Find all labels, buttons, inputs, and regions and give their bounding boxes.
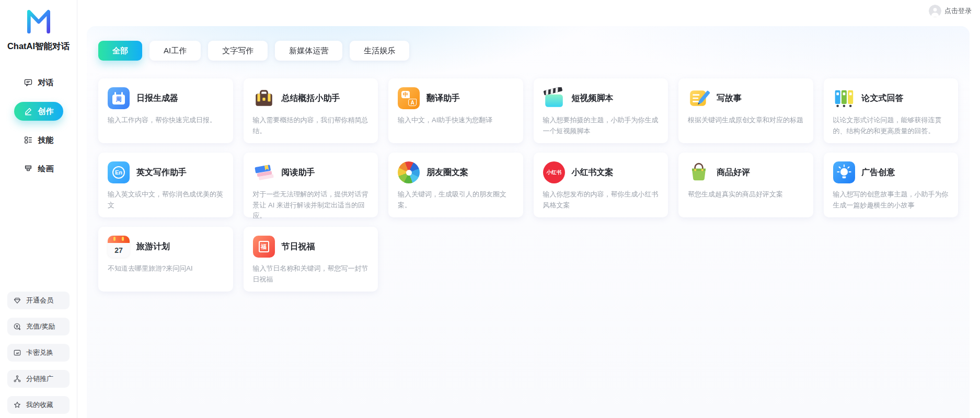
card-title: 日报生成器 xyxy=(136,93,178,104)
sidebar-item-label: 创作 xyxy=(38,107,54,117)
yen-coin-icon xyxy=(13,322,21,331)
card-desc: 输入关键词，生成吸引人的朋友圈文案。 xyxy=(398,189,514,211)
login-label: 点击登录 xyxy=(944,6,972,16)
tab-all[interactable]: 全部 xyxy=(98,41,142,61)
sidebar-item-chat[interactable]: 对话 xyxy=(14,73,63,92)
sidebar-item-label: 对话 xyxy=(38,78,54,88)
sidebar-item-label: 技能 xyxy=(38,135,54,145)
card-xiaohongshu-copy[interactable]: 小红书 小红书文案 输入你想发布的内容，帮你生成小红书风格文案 xyxy=(534,153,668,217)
main-panel: 全部 AI工作 文字写作 新媒体运营 生活娱乐 周 日报生成器 输入工作内容，帮… xyxy=(87,26,970,418)
diamond-icon xyxy=(13,296,21,305)
tab-writing[interactable]: 文字写作 xyxy=(208,41,268,61)
card-short-video[interactable]: 短视频脚本 输入想要拍摄的主题，小助手为你生成一个短视频脚本 xyxy=(534,78,668,143)
app-title: ChatAI智能对话 xyxy=(7,41,70,52)
star-icon xyxy=(13,401,21,409)
card-moments-copy[interactable]: 朋友圈文案 输入关键词，生成吸引人的朋友圈文案。 xyxy=(388,153,523,217)
tab-ai-work[interactable]: AI工作 xyxy=(149,41,201,61)
network-share-icon xyxy=(13,375,21,383)
tab-new-media[interactable]: 新媒体运营 xyxy=(275,41,342,61)
card-desc: 输入想要拍摄的主题，小助手为你生成一个短视频脚本 xyxy=(543,115,659,136)
sidebar-item-recharge[interactable]: 充值/奖励 xyxy=(7,318,70,335)
translate-icon: 中 A xyxy=(398,87,420,109)
card-title: 论文式回答 xyxy=(862,93,904,104)
card-product-review[interactable]: 商品好评 帮您生成超真实的商品好评文案 xyxy=(678,153,813,217)
tab-life-fun[interactable]: 生活娱乐 xyxy=(350,41,409,61)
card-desc: 帮您生成超真实的商品好评文案 xyxy=(688,189,804,200)
card-title: 翻译助手 xyxy=(426,93,460,104)
footer-item-label: 我的收藏 xyxy=(26,400,53,410)
sidebar-item-vip[interactable]: 开通会员 xyxy=(7,292,70,309)
paint-brush-icon xyxy=(24,164,33,173)
sidebar-item-redeem[interactable]: 卡密兑换 xyxy=(7,344,70,362)
sidebar-item-affiliate[interactable]: 分销推广 xyxy=(7,370,70,388)
card-title: 旅游计划 xyxy=(136,241,170,252)
card-desc: 根据关键词生成原创文章和对应的标题 xyxy=(688,115,804,126)
shopping-bag-icon xyxy=(688,161,710,183)
app-logo-icon xyxy=(24,6,54,39)
chat-icon xyxy=(24,78,33,87)
card-title: 节日祝福 xyxy=(282,241,315,252)
card-essay-answer[interactable]: 论文式回答 以论文形式讨论问题，能够获得连贯的、结构化的和更高质量的回答。 xyxy=(824,78,959,143)
xiaohongshu-icon: 小红书 xyxy=(543,161,565,183)
card-title: 写故事 xyxy=(717,93,742,104)
card-title: 短视频脚本 xyxy=(572,93,614,104)
clapperboard-icon xyxy=(543,87,565,109)
card-desc: 输入中文，AI助手快速为您翻译 xyxy=(398,115,514,126)
english-icon: En xyxy=(108,161,130,183)
card-festival-greeting[interactable]: 福 节日祝福 输入节日名称和关键词，帮您写一封节日祝福 xyxy=(244,227,378,292)
sidebar-item-create[interactable]: 创作 xyxy=(14,102,63,121)
card-desc: 输入节日名称和关键词，帮您写一封节日祝福 xyxy=(253,263,369,285)
lightbulb-icon xyxy=(833,161,855,183)
daily-report-icon: 周 xyxy=(108,87,130,109)
card-summary[interactable]: 总结概括小助手 输入需要概括的内容，我们帮你精简总结。 xyxy=(244,78,378,143)
card-translate[interactable]: 中 A 翻译助手 输入中文，AI助手快速为您翻译 xyxy=(388,78,523,143)
card-ad-creative[interactable]: 广告创意 输入想写的创意故事主题，小助手为你生成一篇妙趣横生的小故事 xyxy=(824,153,959,217)
card-desc: 输入想写的创意故事主题，小助手为你生成一篇妙趣横生的小故事 xyxy=(833,189,949,211)
card-desc: 输入英文或中文，帮你润色成优美的英文 xyxy=(108,189,224,211)
card-title: 阅读助手 xyxy=(282,167,315,178)
sidebar-footer: 开通会员 充值/奖励 卡密兑换 xyxy=(7,292,70,414)
grid-list-icon xyxy=(24,135,33,145)
card-english-writing[interactable]: En 英文写作助手 输入英文或中文，帮你润色成优美的英文 xyxy=(98,153,233,217)
login-button[interactable]: 点击登录 xyxy=(929,5,972,17)
tools-grid: 周 日报生成器 输入工作内容，帮你快速完成日报。 总结概括小助手 xyxy=(98,78,958,292)
pencil-icon xyxy=(24,107,33,116)
footer-item-label: 开通会员 xyxy=(26,296,53,305)
sidebar-item-favorites[interactable]: 我的收藏 xyxy=(7,396,70,414)
card-travel-plan[interactable]: 27 旅游计划 不知道去哪里旅游?来问问AI xyxy=(98,227,233,292)
footer-item-label: 卡密兑换 xyxy=(26,348,53,357)
books-icon xyxy=(253,161,275,183)
card-title: 商品好评 xyxy=(717,167,750,178)
card-desc: 输入需要概括的内容，我们帮你精简总结。 xyxy=(253,115,369,136)
card-desc: 输入工作内容，帮你快速完成日报。 xyxy=(108,115,224,126)
card-desc: 对于一些无法理解的对话，提供对话背景让 AI 来进行解读并制定出适当的回应。 xyxy=(253,189,369,222)
fu-blessing-icon: 福 xyxy=(253,236,275,258)
category-tabs: 全部 AI工作 文字写作 新媒体运营 生活娱乐 xyxy=(98,41,958,61)
sidebar-item-paint[interactable]: 绘画 xyxy=(14,159,63,178)
card-title: 总结概括小助手 xyxy=(282,93,340,104)
user-icon xyxy=(929,5,941,17)
binders-icon xyxy=(833,87,855,109)
briefcase-icon xyxy=(253,87,275,109)
footer-item-label: 分销推广 xyxy=(26,374,53,384)
card-daily-report[interactable]: 周 日报生成器 输入工作内容，帮你快速完成日报。 xyxy=(98,78,233,143)
sidebar-nav: 对话 创作 技能 xyxy=(7,73,70,178)
card-desc: 不知道去哪里旅游?来问问AI xyxy=(108,263,224,274)
card-story[interactable]: 写故事 根据关键词生成原创文章和对应的标题 xyxy=(678,78,813,143)
sidebar: ChatAI智能对话 对话 创作 xyxy=(0,0,77,418)
card-desc: 以论文形式讨论问题，能够获得连贯的、结构化的和更高质量的回答。 xyxy=(833,115,949,136)
card-title: 小红书文案 xyxy=(572,167,614,178)
card-title: 广告创意 xyxy=(862,167,895,178)
card-title: 英文写作助手 xyxy=(136,167,187,178)
footer-item-label: 充值/奖励 xyxy=(26,322,55,331)
sidebar-item-skills[interactable]: 技能 xyxy=(14,131,63,149)
moments-icon xyxy=(398,161,420,183)
card-reading[interactable]: 阅读助手 对于一些无法理解的对话，提供对话背景让 AI 来进行解读并制定出适当的… xyxy=(244,153,378,217)
card-desc: 输入你想发布的内容，帮你生成小红书风格文案 xyxy=(543,189,659,211)
avatar xyxy=(929,5,941,17)
story-note-icon xyxy=(688,87,710,109)
travel-calendar-icon: 27 xyxy=(108,236,130,258)
sidebar-item-label: 绘画 xyxy=(38,164,54,174)
card-redeem-icon xyxy=(13,349,21,357)
card-title: 朋友圈文案 xyxy=(426,167,468,178)
